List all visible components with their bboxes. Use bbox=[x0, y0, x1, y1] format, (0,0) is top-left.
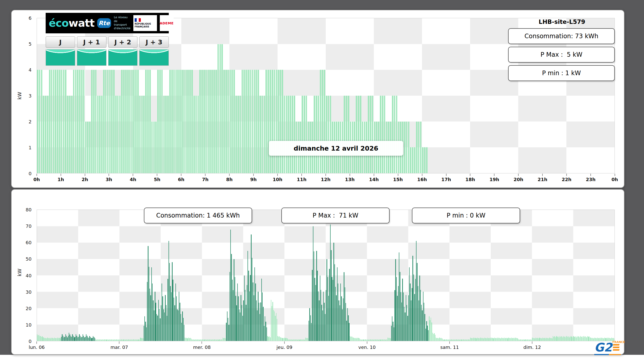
x-tick: 4h bbox=[130, 174, 136, 182]
x-tick: 14h bbox=[369, 174, 379, 182]
x-tick: 6h bbox=[178, 174, 184, 182]
forecast-tiles bbox=[46, 49, 169, 66]
x-axis: lun. 06mar. 07mer. 08jeu. 09ven. 10sam. … bbox=[37, 341, 615, 353]
g2e-logo: G2 FRANCE bbox=[594, 341, 625, 355]
x-tick: 13h bbox=[345, 174, 355, 182]
day-button-j1[interactable]: J + 1 bbox=[77, 36, 106, 48]
stat-pmax-week: P Max : 71 kW bbox=[281, 208, 390, 223]
y-tick-label: 2 bbox=[29, 119, 32, 124]
day-button-j[interactable]: J bbox=[46, 36, 75, 48]
ecowatt-logo-eco: éco bbox=[49, 17, 68, 29]
ecowatt-logo-watt: watt bbox=[68, 17, 94, 29]
stat-consommation-day: Consommation: 73 kWh bbox=[508, 28, 615, 44]
stat-pmin-day: P min : 1 kW bbox=[508, 65, 615, 81]
forecast-day-buttons: J J + 1 J + 2 J + 3 bbox=[46, 36, 169, 48]
x-tick: 21h bbox=[538, 174, 547, 182]
day-button-j2[interactable]: J + 2 bbox=[108, 36, 138, 48]
weekly-chart-plot bbox=[37, 210, 615, 341]
y-tick-label: 80 bbox=[26, 207, 32, 212]
y-tick-label: 50 bbox=[26, 256, 32, 262]
y-tick-label: 0 bbox=[29, 171, 32, 176]
x-tick: 0h bbox=[33, 174, 40, 182]
ecowatt-logo: écowatt bbox=[49, 18, 94, 28]
ecowatt-forecast-tile-j3[interactable] bbox=[139, 49, 169, 66]
x-tick: 17h bbox=[441, 174, 451, 182]
ecowatt-forecast-tile-j2[interactable] bbox=[108, 49, 138, 66]
x-tick: 10h bbox=[273, 174, 282, 182]
republique-francaise-logo: RÉPUBLIQUE FRANÇAISE bbox=[133, 15, 157, 31]
y-tick-label: 4 bbox=[29, 67, 32, 73]
x-tick: 20h bbox=[513, 174, 523, 182]
x-tick: 22h bbox=[562, 174, 571, 182]
y-axis: 0123456 bbox=[12, 18, 35, 173]
stat-consommation-week: Consommation: 1 465 kWh bbox=[144, 208, 252, 223]
x-tick: 0h bbox=[611, 174, 618, 182]
x-tick: 23h bbox=[586, 174, 596, 182]
y-tick-label: 40 bbox=[26, 273, 32, 278]
weekly-bars-layer bbox=[37, 210, 615, 341]
y-tick-label: 6 bbox=[29, 15, 32, 21]
y-tick-label: 70 bbox=[26, 223, 32, 229]
x-axis: 0h1h2h3h4h5h6h7h8h9h10h11h12h13h14h15h16… bbox=[37, 174, 615, 185]
x-tick: 18h bbox=[465, 174, 475, 182]
y-tick-label: 10 bbox=[26, 322, 32, 327]
x-tick: 15h bbox=[393, 174, 403, 182]
rte-tagline: Le réseau de transport d'électricité bbox=[114, 16, 131, 30]
day-button-j3[interactable]: J + 3 bbox=[139, 36, 169, 48]
x-tick: mar. 07 bbox=[111, 341, 128, 350]
y-tick-label: 30 bbox=[26, 289, 32, 295]
x-tick: jeu. 09 bbox=[276, 341, 292, 350]
y-tick-label: 20 bbox=[26, 306, 32, 311]
x-tick: 9h bbox=[250, 174, 257, 182]
g2e-logo-text: G2 bbox=[594, 341, 612, 353]
daily-chart-panel: kW 0123456 dimanche 12 avril 2026 0h1h2h… bbox=[11, 10, 625, 188]
x-tick: 11h bbox=[297, 174, 306, 182]
republique-francaise-label: RÉPUBLIQUE FRANÇAISE bbox=[135, 23, 156, 28]
y-tick-label: 3 bbox=[29, 93, 32, 99]
stat-pmax-day: P Max : 5 kW bbox=[508, 47, 615, 63]
x-tick: 5h bbox=[154, 174, 160, 182]
y-tick-label: 1 bbox=[29, 145, 32, 150]
y-axis: 01020304050607080 bbox=[12, 210, 35, 341]
ecowatt-banner: écowatt Rte Le réseau de transport d'éle… bbox=[46, 13, 169, 33]
rte-logo: Rte bbox=[97, 18, 111, 28]
ecowatt-forecast-tile-j[interactable] bbox=[46, 49, 75, 66]
x-tick: 19h bbox=[489, 174, 499, 182]
ecowatt-forecast-tile-j1[interactable] bbox=[77, 49, 106, 66]
x-tick: sam. 11 bbox=[440, 341, 459, 350]
x-tick: 12h bbox=[321, 174, 331, 182]
x-tick: 1h bbox=[57, 174, 64, 182]
x-tick: dim. 12 bbox=[523, 341, 541, 350]
date-annotation: dimanche 12 avril 2026 bbox=[269, 141, 403, 156]
x-tick: 2h bbox=[82, 174, 88, 182]
ademe-logo: ADEME bbox=[160, 15, 174, 31]
french-flag-icon bbox=[135, 18, 141, 22]
g2e-e-icon bbox=[613, 344, 619, 351]
x-tick: 7h bbox=[202, 174, 209, 182]
stat-pmin-week: P min : 0 kW bbox=[412, 208, 520, 223]
x-tick: lun. 06 bbox=[29, 341, 45, 350]
x-tick: 8h bbox=[226, 174, 233, 182]
y-tick-label: 5 bbox=[29, 41, 32, 47]
x-tick: mer. 08 bbox=[193, 341, 211, 350]
x-tick: 3h bbox=[106, 174, 112, 182]
weekly-chart-panel: kW 01020304050607080 lun. 06mar. 07mer. … bbox=[11, 189, 625, 355]
x-tick: ven. 10 bbox=[358, 341, 375, 350]
g2e-france-label: FRANCE bbox=[612, 340, 625, 344]
y-tick-label: 60 bbox=[26, 240, 32, 245]
x-tick: 16h bbox=[417, 174, 427, 182]
site-label: LHB-site-L579 bbox=[509, 18, 615, 25]
